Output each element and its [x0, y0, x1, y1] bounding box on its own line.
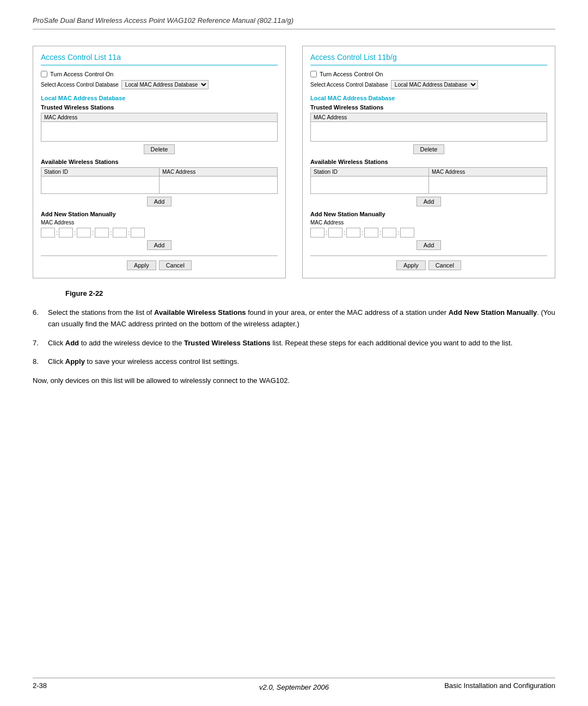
panel-11bg-mac-box-1[interactable] — [310, 228, 324, 238]
step-8-num: 8. — [33, 356, 44, 368]
footer-page-number: 2-38 — [33, 681, 47, 690]
panel-11a-mac-sep-2: : — [74, 229, 76, 236]
panel-11bg-mac-box-2[interactable] — [328, 228, 342, 238]
panel-11bg-mac-box-5[interactable] — [382, 228, 396, 238]
closing-paragraph: Now, only devices on this list will be a… — [33, 375, 555, 387]
panel-11bg-delete-button[interactable]: Delete — [413, 144, 445, 154]
panel-11a-apply-button[interactable]: Apply — [127, 260, 156, 270]
panel-11bg-mac-box-3[interactable] — [346, 228, 360, 238]
footer-section: Basic Installation and Configuration — [444, 681, 555, 690]
panel-11bg-local-mac-label: Local MAC Address Database — [310, 95, 547, 101]
panel-11bg-divider — [310, 65, 547, 65]
panel-11bg-trusted-table: MAC Address — [310, 113, 547, 142]
panel-11bg-add-available-button[interactable]: Add — [416, 197, 442, 206]
panel-11bg-footer: Apply Cancel — [310, 255, 547, 270]
panel-11a-mac-col-header: MAC Address — [41, 113, 278, 122]
panel-11bg-cancel-button[interactable]: Cancel — [428, 260, 461, 270]
panel-11a-delete-btn-row: Delete — [41, 144, 278, 154]
panel-11bg-db-select[interactable]: Local MAC Address Database — [391, 80, 478, 89]
panel-11bg-add-manual-button[interactable]: Add — [416, 240, 442, 250]
panel-11a-mac-sep-3: : — [92, 229, 94, 236]
panel-11a-available-row-station — [41, 176, 160, 194]
panel-11a-mac-sep-1: : — [56, 229, 58, 236]
panel-11a-add-available-btn-row: Add — [41, 197, 278, 206]
panel-11a-trusted-row — [41, 122, 278, 142]
panel-11bg-select-label: Select Access Control Database — [310, 82, 388, 88]
panel-11bg-turn-access-checkbox[interactable] — [310, 71, 317, 77]
step-7: 7. Click Add to add the wireless device … — [33, 338, 555, 349]
panel-11bg-turn-access-label: Turn Access Control On — [320, 71, 383, 77]
step-6-num: 6. — [33, 307, 44, 330]
panel-11bg-available-label: Available Wireless Stations — [310, 159, 547, 165]
panel-11a-cancel-button[interactable]: Cancel — [159, 260, 192, 270]
panel-11a-divider — [41, 65, 278, 65]
panel-11a-trusted-table: MAC Address — [41, 113, 278, 142]
panel-11bg-checkbox-row: Turn Access Control On — [310, 71, 547, 77]
panel-11bg-trusted-row — [311, 122, 547, 142]
panel-11a: Access Control List 11a Turn Access Cont… — [33, 46, 286, 278]
step-7-num: 7. — [33, 338, 44, 349]
panel-11bg-available-row-station — [311, 176, 429, 194]
panel-11bg-mac-address-col: MAC Address — [429, 168, 547, 176]
panel-11bg-available-row-mac — [429, 176, 547, 194]
footer-content: 2-38 v2.0, September 2006 Basic Installa… — [33, 681, 555, 690]
panel-11bg-mac-box-4[interactable] — [364, 228, 378, 238]
panel-11a-available-row-mac — [160, 176, 278, 194]
panel-11a-station-id-col: Station ID — [41, 168, 160, 176]
panel-11a-select-label: Select Access Control Database — [41, 82, 119, 88]
panel-11bg-mac-col-header: MAC Address — [311, 113, 547, 122]
panel-11bg-mac-sep-5: : — [397, 229, 399, 236]
panel-11bg-mac-input-row: : : : : : — [310, 228, 547, 238]
step-8: 8. Click Apply to save your wireless acc… — [33, 356, 555, 368]
panel-11a-add-available-button[interactable]: Add — [147, 197, 172, 206]
panel-11bg-station-id-col: Station ID — [311, 168, 429, 176]
panel-11a-add-manual-btn-row: Add — [41, 240, 278, 250]
panel-11bg-mac-sep-2: : — [344, 229, 345, 236]
panel-11a-mac-input-row: : : : : : — [41, 228, 278, 238]
panel-11a-select-row: Select Access Control Database Local MAC… — [41, 80, 278, 89]
step-8-text: Click Apply to save your wireless access… — [48, 356, 555, 368]
panel-11a-available-label: Available Wireless Stations — [41, 159, 278, 165]
panel-11a-trusted-label: Trusted Wireless Stations — [41, 104, 278, 111]
panel-11a-add-new-label: Add New Station Manually — [41, 211, 278, 217]
panel-11bg-mac-sep-3: : — [362, 229, 363, 236]
panel-11bg-available-table: Station ID MAC Address — [310, 167, 547, 194]
footer-divider — [33, 678, 555, 678]
panel-11a-mac-box-4[interactable] — [95, 228, 109, 238]
panel-11a-footer: Apply Cancel — [41, 255, 278, 270]
panel-11bg-delete-btn-row: Delete — [310, 144, 547, 154]
panel-11a-delete-button[interactable]: Delete — [144, 144, 175, 154]
panel-11bg-add-available-btn-row: Add — [310, 197, 547, 206]
panel-11a-mac-box-1[interactable] — [41, 228, 55, 238]
panel-11a-mac-box-3[interactable] — [77, 228, 91, 238]
panel-11a-mac-box-6[interactable] — [131, 228, 145, 238]
panel-11a-add-manual-button[interactable]: Add — [147, 240, 172, 250]
panel-11bg-add-manual-btn-row: Add — [310, 240, 547, 250]
panel-11a-db-select[interactable]: Local MAC Address Database — [121, 80, 209, 89]
panel-11a-title: Access Control List 11a — [41, 53, 278, 62]
step-7-text: Click Add to add the wireless device to … — [48, 338, 555, 349]
panel-11bg-select-row: Select Access Control Database Local MAC… — [310, 80, 547, 89]
panel-11bg-mac-address-field-label: MAC Address — [310, 220, 547, 226]
panel-11bg-mac-box-6[interactable] — [400, 228, 414, 238]
panel-11a-mac-box-5[interactable] — [113, 228, 127, 238]
panel-11bg-title: Access Control List 11b/g — [310, 53, 547, 62]
panel-11a-local-mac-label: Local MAC Address Database — [41, 95, 278, 101]
panel-11bg-apply-button[interactable]: Apply — [396, 260, 426, 270]
panel-11a-turn-access-checkbox[interactable] — [41, 71, 47, 77]
header-divider — [33, 29, 555, 29]
panel-11bg-mac-sep-1: : — [326, 229, 327, 236]
panel-11a-mac-sep-4: : — [110, 229, 112, 236]
footer-version: v2.0, September 2006 — [259, 683, 329, 691]
panel-11a-available-table: Station ID MAC Address — [41, 167, 278, 194]
page-footer: 2-38 v2.0, September 2006 Basic Installa… — [33, 678, 555, 690]
figure-label: Figure 2-22 — [65, 289, 555, 297]
panel-11a-turn-access-label: Turn Access Control On — [50, 71, 113, 77]
panel-11bg-add-new-label: Add New Station Manually — [310, 211, 547, 217]
panel-11a-mac-address-col: MAC Address — [160, 168, 278, 176]
panel-11a-mac-address-field-label: MAC Address — [41, 220, 278, 226]
panel-11a-mac-sep-5: : — [128, 229, 130, 236]
panel-11bg-mac-sep-4: : — [379, 229, 381, 236]
step-6-text: Select the stations from the list of Ava… — [48, 307, 555, 330]
panel-11a-mac-box-2[interactable] — [59, 228, 73, 238]
